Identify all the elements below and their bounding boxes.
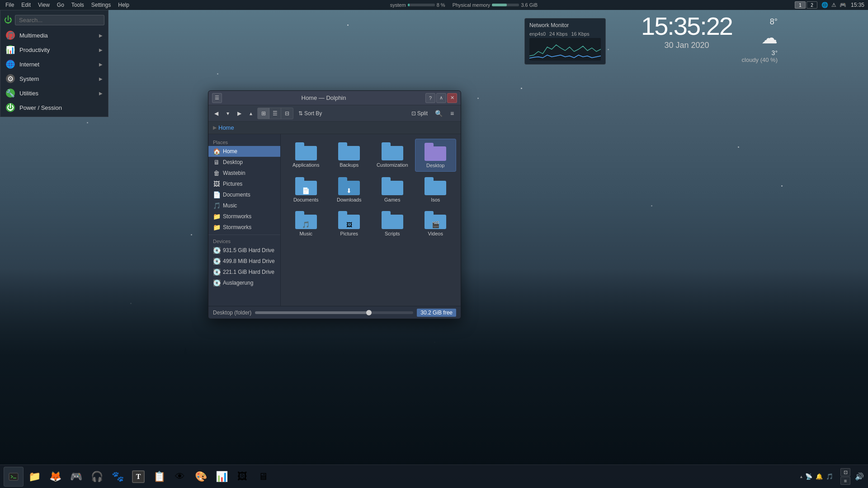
search-button[interactable]: 🔍: [433, 108, 444, 119]
svg-marker-16: [606, 374, 660, 465]
tray-expand-icon[interactable]: ▲: [799, 474, 803, 479]
status-bar-thumb: [366, 310, 372, 315]
sidebar-drive-931[interactable]: 💽 931.5 GiB Hard Drive: [208, 245, 280, 256]
window-minimize-button[interactable]: ∧: [436, 93, 446, 103]
breadcrumb-home[interactable]: Home: [218, 124, 234, 131]
tray-alert-icon[interactable]: ⚠: [830, 1, 838, 9]
videos-folder-icon: 🎬: [425, 211, 446, 229]
menu-search-input[interactable]: [15, 15, 104, 25]
pictures-icon: 🖼: [213, 180, 220, 188]
applications-folder-icon: [295, 142, 317, 160]
taskbar-teamspeak[interactable]: 🎧: [87, 467, 107, 487]
file-customization[interactable]: Customization: [372, 139, 413, 172]
sidebar-desktop[interactable]: 🖥 Desktop: [208, 157, 280, 168]
taskbar-app10[interactable]: 🎨: [191, 467, 211, 487]
panel-menu-go[interactable]: Go: [53, 0, 68, 10]
panel-menu-file[interactable]: File: [2, 0, 18, 10]
tray-icon-3[interactable]: 🎵: [825, 472, 835, 482]
desktop-folder-icon-grid: [425, 143, 446, 161]
memory-fill: [492, 4, 507, 6]
taskbar-terminal[interactable]: [4, 467, 24, 487]
panel-menu-edit[interactable]: Edit: [18, 0, 34, 10]
tray-icon-1[interactable]: 📡: [804, 472, 814, 482]
sidebar-wastebin[interactable]: 🗑 Wastebin: [208, 168, 280, 178]
file-games[interactable]: Games: [372, 174, 413, 206]
sidebar-stormworks-2[interactable]: 📁 Stormworks: [208, 222, 280, 233]
sidebar-drive-221[interactable]: 💽 221.1 GiB Hard Drive: [208, 267, 280, 277]
taskbar-typora[interactable]: T: [128, 467, 148, 487]
back-button[interactable]: ◀: [211, 108, 222, 119]
column-view-button[interactable]: ⊟: [281, 108, 293, 119]
file-scripts[interactable]: Scripts: [372, 207, 413, 239]
menu-button[interactable]: ≡: [446, 108, 458, 119]
sidebar-stormworks-1[interactable]: 📁 Stormworks: [208, 211, 280, 222]
taskbar-steam[interactable]: 🎮: [66, 467, 86, 487]
file-desktop[interactable]: Desktop: [415, 139, 457, 172]
split-button[interactable]: ⊡ Split: [408, 108, 431, 119]
games-label: Games: [384, 197, 400, 203]
sidebar-auslagerung[interactable]: 💽 Auslagerung: [208, 277, 280, 288]
menu-item-multimedia[interactable]: 🎵 Multimedia ▶: [0, 28, 108, 42]
svg-marker-1: [27, 365, 72, 465]
menu-item-productivity[interactable]: 📊 Productivity ▶: [0, 42, 108, 57]
forward-button[interactable]: ▶: [234, 108, 245, 119]
drive499-icon: 💽: [213, 258, 220, 265]
taskbar-app6[interactable]: 🐾: [108, 467, 127, 487]
sidebar-drive-499[interactable]: 💽 499.8 MiB Hard Drive: [208, 256, 280, 267]
panel-menu-settings[interactable]: Settings: [88, 0, 114, 10]
menu-item-utilities[interactable]: 🔧 Utilities ▶: [0, 86, 108, 100]
file-downloads[interactable]: ⬇ Downloads: [329, 174, 370, 206]
tray-volume-icon[interactable]: 🔊: [854, 472, 864, 482]
pictures-folder-icon-grid: 🖼: [338, 211, 360, 229]
file-videos[interactable]: 🎬 Videos: [415, 207, 457, 239]
app11-icon: 📊: [216, 471, 228, 483]
tray-list-btn[interactable]: ≡: [840, 477, 850, 485]
tray-monitor-btn[interactable]: ⊡: [840, 468, 850, 476]
tray-app-icon[interactable]: 🎮: [839, 1, 847, 9]
window-help-button[interactable]: ?: [425, 93, 435, 103]
taskbar-app9[interactable]: 👁: [170, 467, 190, 487]
file-pictures[interactable]: 🖼 Pictures: [329, 207, 370, 239]
sidebar-documents[interactable]: 📄 Documents: [208, 189, 280, 200]
file-documents[interactable]: 📄 Documents: [285, 174, 327, 206]
file-isos[interactable]: Isos: [415, 174, 457, 206]
teamspeak-icon: 🎧: [91, 471, 103, 483]
workspace-1[interactable]: 1: [795, 1, 806, 9]
window-menu-button[interactable]: ☰: [212, 93, 222, 103]
menu-item-power[interactable]: ⏻ Power / Session: [0, 100, 108, 115]
menu-item-system-label: System: [19, 75, 39, 82]
isos-folder-icon: [425, 177, 446, 195]
icon-view-button[interactable]: ⊞: [258, 108, 269, 119]
tray-network-icon[interactable]: 🌐: [821, 1, 829, 9]
menu-search-bar: ⏻: [0, 12, 108, 28]
network-download-speed: 24 Kbps: [549, 31, 567, 37]
svg-marker-0: [0, 397, 36, 465]
svg-marker-7: [235, 361, 289, 465]
taskbar-firefox[interactable]: 🦊: [45, 467, 65, 487]
taskbar-app11[interactable]: 📊: [212, 467, 231, 487]
file-backups[interactable]: Backups: [329, 139, 370, 172]
window-close-button[interactable]: ✕: [447, 93, 457, 103]
sidebar-pictures[interactable]: 🖼 Pictures: [208, 178, 280, 189]
tray-icon-2[interactable]: 🔔: [814, 472, 824, 482]
file-music[interactable]: 🎵 Music: [285, 207, 327, 239]
menu-item-system[interactable]: ⚙ System ▶: [0, 71, 108, 86]
up-button[interactable]: ▴: [246, 108, 255, 119]
taskbar-app12[interactable]: 🖼: [232, 467, 252, 487]
menu-item-internet[interactable]: 🌐 Internet ▶: [0, 57, 108, 71]
sidebar-music[interactable]: 🎵 Music: [208, 200, 280, 211]
taskbar-vm[interactable]: 🖥: [253, 467, 273, 487]
panel-menu-help[interactable]: Help: [114, 0, 133, 10]
back-dropdown-button[interactable]: ▾: [223, 108, 232, 119]
music-overlay-icon: 🎵: [302, 221, 310, 228]
workspace-2[interactable]: 2: [807, 1, 817, 9]
taskbar-files[interactable]: 📁: [24, 467, 44, 487]
file-applications[interactable]: Applications: [285, 139, 327, 172]
taskbar-app8[interactable]: 📋: [149, 467, 169, 487]
app12-icon: 🖼: [237, 471, 247, 483]
panel-menu-tools[interactable]: Tools: [68, 0, 88, 10]
list-view-button[interactable]: ☰: [269, 108, 281, 119]
sidebar-home[interactable]: 🏠 Home: [208, 146, 280, 157]
sort-by-button[interactable]: ⇅ Sort By: [295, 108, 325, 119]
panel-menu-view[interactable]: View: [34, 0, 53, 10]
